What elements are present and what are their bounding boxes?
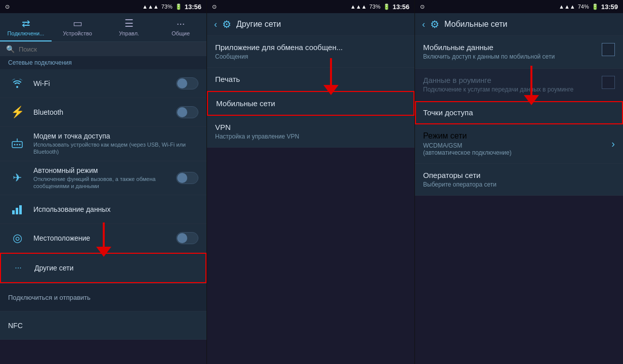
- panel-mobile-networks: ⊙ ▲▲▲ 74% 🔋 13:59 ‹ ⚙ Мобильные сети Моб…: [414, 0, 623, 364]
- other-title: Другие сети: [34, 264, 197, 272]
- settings-icon-3: ⚙: [430, 18, 439, 30]
- networkmode-text: Режим сети WCDMA/GSM(автоматическое подк…: [423, 131, 611, 156]
- usage-text: Использование данных: [33, 205, 198, 213]
- battery-icon-1: 🔋: [175, 4, 182, 10]
- battery-label-2: 73%: [369, 4, 381, 10]
- search-input[interactable]: [19, 46, 200, 53]
- signal-icon-3: ▲▲▲: [559, 4, 575, 10]
- image-icon: ⊙: [212, 4, 217, 10]
- menu-item-networkmode[interactable]: Режим сети WCDMA/GSM(автоматическое подк…: [415, 124, 623, 164]
- menu-item-mobiledata[interactable]: Мобильные данные Включить доступ к данны…: [415, 36, 623, 69]
- settings-tabs: ⇄ Подключени... ▭ Устройство ☰ Управл. ·…: [0, 13, 206, 42]
- bluetooth-toggle[interactable]: [176, 106, 198, 118]
- other-text: Другие сети: [34, 264, 197, 272]
- networkmode-subtitle: WCDMA/GSM(автоматическое подключение): [423, 142, 611, 156]
- other-networks-wrapper: ··· Другие сети: [0, 253, 206, 283]
- tab-general-label: Общие: [172, 30, 190, 36]
- settings-item-nfc[interactable]: NFC: [0, 311, 206, 340]
- accesspoints-title: Точки доступа: [423, 108, 615, 117]
- menu-item-operators[interactable]: Операторы сети Выберите оператора сети: [415, 164, 623, 196]
- general-icon: ···: [177, 18, 185, 29]
- time-label-1: 13:56: [185, 3, 201, 11]
- airplane-title: Автономный режим: [33, 166, 176, 174]
- image-icon-3: ⊙: [420, 4, 425, 10]
- tab-manage[interactable]: ☰ Управл.: [103, 13, 155, 41]
- back-button-3[interactable]: ‹: [422, 19, 425, 30]
- bluetooth-title: Bluetooth: [33, 108, 176, 116]
- roaming-title: Данные в роуминге: [423, 76, 597, 84]
- mobiledata-checkbox[interactable]: [602, 43, 615, 56]
- settings-item-connect[interactable]: Подключиться и отправить: [0, 283, 206, 311]
- tab-connections[interactable]: ⇄ Подключени...: [0, 13, 52, 41]
- wifi-text: Wi-Fi: [33, 79, 176, 87]
- mobile-networks-wrapper: Мобильные сети: [207, 91, 414, 116]
- roaming-checkbox[interactable]: [602, 76, 615, 89]
- svg-rect-7: [19, 205, 22, 214]
- menu-item-roaming[interactable]: Данные в роуминге Подключение к услугам …: [415, 69, 623, 102]
- print-title: Печать: [215, 75, 406, 83]
- usage-title: Использование данных: [33, 205, 198, 213]
- svg-point-3: [19, 144, 21, 146]
- search-icon: 🔍: [6, 45, 15, 53]
- panel2-content: Приложение для обмена сообщен... Сообщен…: [207, 36, 414, 364]
- location-title: Местоположение: [33, 234, 176, 242]
- settings-item-usage[interactable]: Использование данных: [0, 195, 206, 224]
- battery-label-3: 74%: [578, 4, 589, 10]
- panel-settings-main: ⊙ ▲▲▲ 73% 🔋 13:56 ⇄ Подключени... ▭ Устр…: [0, 0, 206, 364]
- mobiledata-text: Мобильные данные Включить доступ к данны…: [423, 43, 597, 61]
- messages-subtitle: Сообщения: [215, 53, 406, 60]
- mobiledata-subtitle: Включить доступ к данным по мобильной се…: [423, 53, 597, 61]
- menu-item-messages[interactable]: Приложение для обмена сообщен... Сообщен…: [207, 36, 414, 68]
- nfc-text: NFC: [8, 322, 198, 330]
- section-header-network: Сетевые подключения: [0, 56, 206, 69]
- nfc-title: NFC: [8, 322, 198, 330]
- svg-rect-6: [16, 208, 18, 214]
- panel3-title: Мобильные сети: [444, 20, 508, 29]
- wifi-toggle[interactable]: [176, 77, 198, 89]
- connect-title: Подключиться и отправить: [8, 294, 198, 301]
- battery-label-1: 73%: [161, 4, 173, 10]
- time-label-2: 13:56: [393, 3, 409, 11]
- battery-icon-3: 🔋: [592, 4, 599, 10]
- operators-title: Операторы сети: [423, 171, 615, 179]
- location-toggle[interactable]: [176, 232, 198, 244]
- tab-general[interactable]: ··· Общие: [155, 13, 206, 41]
- status-bar-2: ⊙ ▲▲▲ 73% 🔋 13:56: [207, 0, 414, 13]
- menu-item-vpn[interactable]: VPN Настройка и управление VPN: [207, 116, 414, 148]
- time-label-3: 13:59: [601, 3, 618, 11]
- modem-title: Модем и точка доступа: [33, 132, 198, 140]
- settings-item-modem[interactable]: Модем и точка доступа Использовать устро…: [0, 127, 206, 161]
- svg-rect-5: [12, 210, 15, 214]
- mobiledata-title: Мобильные данные: [423, 43, 597, 52]
- mobile-title: Мобильные сети: [216, 99, 405, 108]
- tab-connections-label: Подключени...: [8, 30, 45, 36]
- settings-item-wifi[interactable]: Wi-Fi: [0, 69, 206, 98]
- panel-other-networks: ⊙ ▲▲▲ 73% 🔋 13:56 ‹ ⚙ Другие сети Прилож…: [206, 0, 414, 364]
- panel2-title: Другие сети: [236, 20, 281, 29]
- tab-device-label: Устройство: [63, 30, 92, 36]
- manage-icon: ☰: [124, 17, 134, 29]
- back-button-2[interactable]: ‹: [214, 19, 217, 30]
- search-bar: 🔍: [0, 42, 206, 56]
- menu-item-print[interactable]: Печать: [207, 68, 414, 91]
- modem-subtitle: Использовать устройство как модем (через…: [33, 141, 198, 156]
- roaming-text: Данные в роуминге Подключение к услугам …: [423, 76, 597, 94]
- location-text: Местоположение: [33, 234, 176, 242]
- settings-item-location[interactable]: ◎ Местоположение: [0, 224, 206, 253]
- airplane-toggle[interactable]: [176, 172, 198, 184]
- settings-item-other[interactable]: ··· Другие сети: [0, 253, 206, 283]
- tab-device[interactable]: ▭ Устройство: [52, 13, 103, 41]
- messages-title: Приложение для обмена сообщен...: [215, 43, 406, 52]
- settings-item-airplane[interactable]: ✈ Автономный режим Отключение функций вы…: [0, 161, 206, 196]
- vpn-title: VPN: [215, 123, 406, 131]
- menu-item-accesspoints[interactable]: Точки доступа: [415, 101, 623, 124]
- vpn-subtitle: Настройка и управление VPN: [215, 133, 406, 140]
- battery-icon-2: 🔋: [383, 4, 390, 10]
- panel2-header: ‹ ⚙ Другие сети: [207, 13, 414, 36]
- settings-item-bluetooth[interactable]: ⚡ Bluetooth: [0, 98, 206, 127]
- modem-text: Модем и точка доступа Использовать устро…: [33, 132, 198, 156]
- airplane-text: Автономный режим Отключение функций вызо…: [33, 166, 176, 190]
- usage-icon: [8, 200, 26, 218]
- menu-item-mobile[interactable]: Мобильные сети: [207, 91, 414, 116]
- settings-icon-2: ⚙: [222, 18, 231, 30]
